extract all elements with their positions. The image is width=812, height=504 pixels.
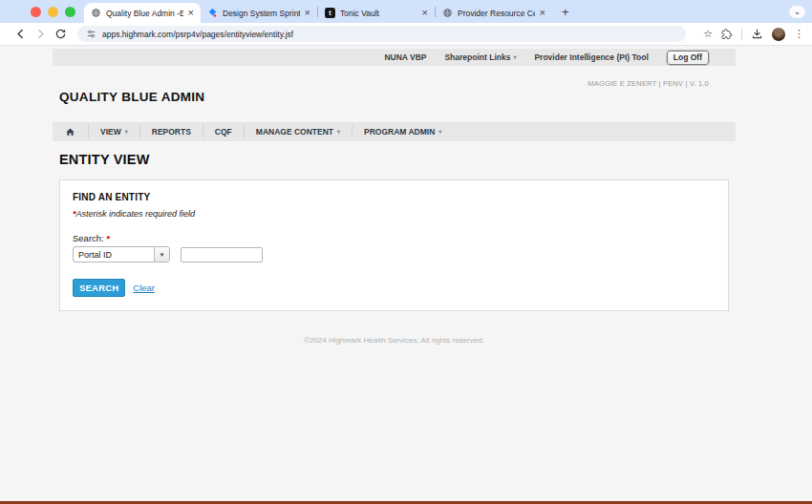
toolbar-separator <box>741 29 742 40</box>
search-button[interactable]: SEARCH <box>73 279 125 297</box>
nav-item-view[interactable]: VIEW▾ <box>89 122 139 141</box>
page-title: ENTITY VIEW <box>53 152 736 167</box>
back-button[interactable] <box>12 27 28 42</box>
window-minimize-button[interactable] <box>48 7 58 17</box>
window-close-button[interactable] <box>31 7 41 17</box>
nav-item-manage-content[interactable]: MANAGE CONTENT▾ <box>245 122 352 141</box>
search-input[interactable] <box>181 247 263 262</box>
close-icon[interactable]: × <box>540 8 545 18</box>
chevron-down-icon: ▾ <box>438 128 441 135</box>
home-icon <box>65 127 75 137</box>
close-icon[interactable]: × <box>188 8 194 18</box>
page-content: NUNA VBP Sharepoint Links▾ Provider Inte… <box>0 46 812 504</box>
window-zoom-button[interactable] <box>65 7 75 17</box>
tab-quality-blue-admin[interactable]: Quality Blue Admin -ENTITY V × <box>84 3 201 23</box>
tab-strip: Quality Blue Admin -ENTITY V × Design Sy… <box>0 0 812 23</box>
chevron-down-icon: ▾ <box>337 128 340 135</box>
jira-icon <box>207 8 218 18</box>
utility-link-pi-tool[interactable]: Provider Intelligence (PI) Tool <box>534 52 648 62</box>
tab-title: Design System Sprint 35 - D <box>223 9 300 18</box>
chevron-down-icon: ▾ <box>513 54 516 60</box>
browser-toolbar: apps.highmark.com/psrp4v/pages/entityvie… <box>0 23 812 46</box>
address-bar[interactable]: apps.highmark.com/psrp4v/pages/entityvie… <box>77 26 686 42</box>
close-icon[interactable]: × <box>305 8 310 18</box>
copyright-footer: ©2024 Highmark Health Services. All righ… <box>53 336 736 345</box>
tab-title: Quality Blue Admin -ENTITY V <box>106 9 183 18</box>
globe-icon <box>91 8 101 18</box>
tab-search-chevron-down-icon[interactable]: ⌄ <box>789 6 805 18</box>
log-off-button[interactable]: Log Off <box>667 51 709 65</box>
chevron-down-icon: ▾ <box>125 128 128 135</box>
window-controls <box>31 7 75 17</box>
search-label: Search: * <box>73 233 716 243</box>
tab-provider-resource-center[interactable]: Provider Resource Center × <box>436 3 552 23</box>
required-field-note: *Asterisk indicates required field <box>73 209 716 219</box>
globe-icon <box>442 8 453 18</box>
search-type-dropdown[interactable]: Portal ID ▾ <box>73 246 170 262</box>
tune-icon[interactable] <box>86 29 96 39</box>
panel-heading: FIND AN ENTITY <box>73 192 716 202</box>
tonic-vault-icon: t <box>325 8 335 18</box>
find-entity-panel: FIND AN ENTITY *Asterisk indicates requi… <box>59 179 729 311</box>
utility-link-nuna-vbp[interactable]: NUNA VBP <box>384 52 426 62</box>
user-info: MAGGIE E ZENERT | PENV | V. 1.0 <box>53 79 736 88</box>
nav-item-cqf[interactable]: CQF <box>203 122 244 141</box>
browser-menu-kebab-icon[interactable]: ⋮ <box>794 29 804 39</box>
new-tab-button[interactable]: + <box>562 6 569 18</box>
forward-button[interactable] <box>32 27 48 42</box>
nav-item-program-admin[interactable]: PROGRAM ADMIN▾ <box>353 122 453 141</box>
chevron-down-icon[interactable]: ▾ <box>154 247 169 262</box>
tab-tonic-vault[interactable]: t Tonic Vault × <box>318 3 435 23</box>
tab-design-system-sprint[interactable]: Design System Sprint 35 - D × <box>201 3 317 23</box>
url-text: apps.highmark.com/psrp4v/pages/entityvie… <box>102 30 293 39</box>
nav-item-reports[interactable]: REPORTS <box>140 122 203 141</box>
dropdown-selected-value: Portal ID <box>74 250 154 260</box>
bookmark-star-icon[interactable]: ☆ <box>703 29 713 39</box>
close-icon[interactable]: × <box>422 8 428 18</box>
extensions-puzzle-icon[interactable] <box>721 29 733 40</box>
nav-home-button[interactable] <box>53 122 88 141</box>
required-asterisk: * <box>106 233 110 243</box>
profile-avatar[interactable] <box>772 28 785 41</box>
tab-title: Tonic Vault <box>340 9 417 18</box>
tab-title: Provider Resource Center <box>458 9 535 18</box>
main-nav: VIEW▾ REPORTS CQF MANAGE CONTENT▾ PROGRA… <box>53 122 736 141</box>
browser-window: Quality Blue Admin -ENTITY V × Design Sy… <box>0 0 812 504</box>
clear-link[interactable]: Clear <box>133 283 155 293</box>
downloads-icon[interactable] <box>751 28 763 40</box>
app-title: QUALITY BLUE ADMIN <box>53 90 736 104</box>
reload-button[interactable] <box>53 27 68 42</box>
utility-link-sharepoint-links[interactable]: Sharepoint Links▾ <box>444 52 516 62</box>
utility-bar: NUNA VBP Sharepoint Links▾ Provider Inte… <box>53 49 736 66</box>
